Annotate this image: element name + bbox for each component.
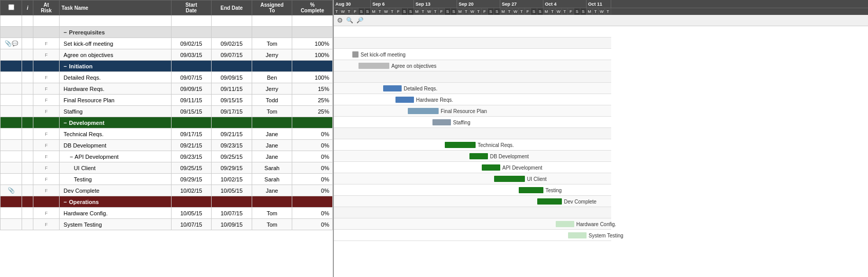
table-row: 📎💬 F Set kick-off meeting 09/02/15 09/02… — [1, 38, 333, 49]
select-all-checkbox[interactable] — [8, 4, 14, 10]
search-icon[interactable]: 🔍 — [346, 17, 353, 24]
table-row: F Hardware Reqs. 09/09/15 09/11/15 Jerry… — [1, 83, 333, 95]
gantt-day-cell: S — [408, 8, 414, 15]
app-container: i AtRisk Task Name StartDate End Date As… — [0, 0, 868, 277]
group-row: −Development — [1, 117, 333, 128]
gantt-bar-label: Final Resource Plan — [441, 108, 487, 114]
gantt-day-cell: T — [420, 8, 426, 15]
th-pct: %Complete — [292, 1, 333, 15]
gantt-dates-bottom: TWTFSSMTWTFSSMTWTFSSMTWTFSSMTWTFSSMTWTFS… — [334, 8, 868, 15]
task-table: i AtRisk Task Name StartDate End Date As… — [0, 0, 334, 277]
gantt-day-cell: S — [451, 8, 457, 15]
gantt-row: Hardware Reqs. — [334, 94, 611, 105]
gantt-day-cell: T — [334, 8, 340, 15]
gantt-row: Final Resource Plan — [334, 105, 611, 117]
gantt-row — [334, 26, 611, 38]
gantt-day-cell: T — [377, 8, 383, 15]
gantt-day-cell: M — [371, 8, 377, 15]
gantt-bar — [358, 63, 389, 69]
gantt-bar-label: Detailed Reqs. — [404, 85, 438, 91]
gantt-bar-label: Hardware Reqs. — [416, 97, 453, 102]
gantt-day-cell: F — [352, 8, 358, 15]
gantt-day-cell: W — [383, 8, 389, 15]
gantt-day-cell: W — [426, 8, 432, 15]
gantt-row: Agree on objectives — [334, 60, 611, 71]
gantt-day-cell: S — [574, 8, 580, 15]
table-row: F Agree on objectives 09/03/15 09/07/15 … — [1, 49, 333, 61]
gantt-bar-label: Agree on objectives — [391, 63, 437, 68]
gantt-day-cell: S — [402, 8, 408, 15]
gantt-day-cell: S — [365, 8, 371, 15]
group-row: −Initiation — [1, 61, 333, 72]
gantt-scroll: Aug 30Sep 6Sep 13Sep 20Sep 27Oct 4Oct 11… — [334, 0, 868, 277]
th-taskname: Task Name — [59, 1, 171, 15]
gantt-date-group-label: Sep 6 — [371, 0, 414, 8]
gantt-bar-label: Testing — [545, 187, 562, 193]
zoom-icon[interactable]: 🔎 — [356, 17, 364, 24]
gantt-day-cell: M — [500, 8, 506, 15]
gantt-panel: Aug 30Sep 6Sep 13Sep 20Sep 27Oct 4Oct 11… — [334, 0, 868, 277]
table-row: F Detailed Reqs. 09/07/15 09/09/15 Ben 1… — [1, 72, 333, 83]
gantt-row — [334, 207, 611, 218]
gantt-bar — [568, 232, 587, 238]
gantt-day-cell: F — [525, 8, 531, 15]
gantt-day-cell: S — [358, 8, 365, 15]
gantt-row: Testing — [334, 184, 611, 196]
gantt-date-group-label: Sep 20 — [457, 0, 500, 8]
th-info: i — [22, 1, 33, 15]
gantt-day-cell: M — [587, 8, 593, 15]
table-row: F UI Client 09/25/15 09/29/15 Sarah 0% — [1, 162, 333, 174]
gantt-bar — [432, 119, 451, 125]
gantt-row: DB Development — [334, 151, 611, 162]
gantt-bar-label: DB Development — [490, 153, 529, 159]
gantt-day-cell: M — [457, 8, 463, 15]
gantt-bar — [556, 221, 574, 227]
gantt-bar-label: API Development — [502, 164, 542, 170]
group-row: −Prerequisites — [1, 27, 333, 38]
gantt-day-cell: S — [580, 8, 587, 15]
gantt-row: API Development — [334, 162, 611, 173]
gantt-day-cell: T — [346, 8, 352, 15]
gantt-day-cell: F — [568, 8, 574, 15]
gantt-row: Dev Complete — [334, 196, 611, 207]
gantt-bar-label: Staffing — [453, 119, 470, 125]
table-row: F Hardware Config. 10/05/15 10/07/15 Tom… — [1, 208, 333, 219]
gear-icon[interactable]: ⚙ — [337, 16, 343, 24]
gantt-day-cell: F — [439, 8, 445, 15]
gantt-day-cell: T — [389, 8, 395, 15]
gantt-bar — [494, 176, 525, 182]
group-row: −Operations — [1, 196, 333, 208]
gantt-header: Aug 30Sep 6Sep 13Sep 20Sep 27Oct 4Oct 11… — [334, 0, 868, 15]
gantt-bar — [352, 51, 358, 58]
gantt-bar — [482, 164, 500, 171]
table-row: F −API Development 09/23/15 09/25/15 Jan… — [1, 151, 333, 162]
gantt-row: Detailed Reqs. — [334, 83, 611, 94]
gantt-day-cell: S — [537, 8, 543, 15]
gantt-date-group-label: Oct 4 — [543, 0, 587, 8]
gantt-bar — [395, 97, 414, 103]
gantt-day-cell: T — [463, 8, 469, 15]
gantt-day-cell: W — [599, 8, 605, 15]
gantt-date-group-label: Aug 30 — [334, 0, 371, 8]
gantt-day-cell: S — [488, 8, 494, 15]
gantt-bar-label: Hardware Config. — [576, 221, 616, 227]
gantt-row: Hardware Config. — [334, 218, 611, 230]
gantt-bar — [383, 85, 402, 91]
gantt-bar — [445, 142, 476, 148]
gantt-bar-label: Dev Complete — [564, 198, 596, 204]
gantt-row: Staffing — [334, 117, 611, 128]
gantt-day-cell: S — [531, 8, 537, 15]
gantt-bar — [519, 187, 543, 193]
gantt-row: Set kick-off meeting — [334, 49, 611, 60]
gantt-row: Technical Reqs. — [334, 139, 611, 151]
table-row — [1, 15, 333, 27]
gantt-day-cell: M — [414, 8, 420, 15]
gantt-day-cell: T — [432, 8, 439, 15]
gantt-day-cell: T — [476, 8, 482, 15]
gantt-day-cell: T — [550, 8, 556, 15]
gantt-day-cell: S — [494, 8, 500, 15]
th-checkbox — [1, 1, 22, 15]
gantt-day-cell: W — [340, 8, 346, 15]
gantt-date-group-label: Sep 13 — [414, 0, 457, 8]
gantt-bar-label: UI Client — [527, 176, 546, 181]
